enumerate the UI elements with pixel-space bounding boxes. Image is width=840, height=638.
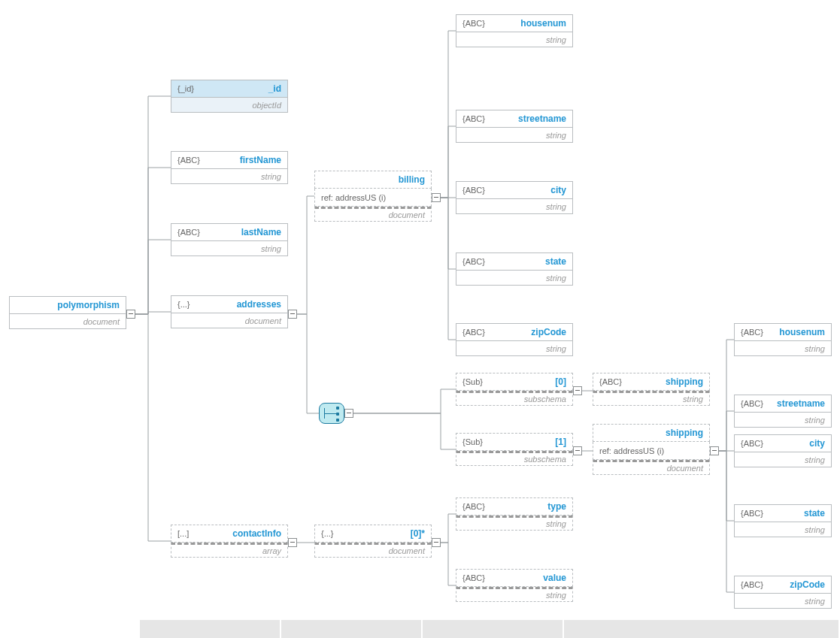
node-name: city	[809, 438, 825, 449]
node-tag: {ABC}	[462, 186, 485, 195]
node-tag: {ABC}	[741, 328, 763, 337]
node-type: subschema	[524, 395, 566, 404]
oneof-icon[interactable]	[319, 403, 344, 424]
node-polymorphism[interactable]: polymorphism document	[9, 296, 126, 329]
node-type: document	[389, 210, 425, 219]
node-tag: {ABC}	[462, 114, 485, 123]
node-name: housenum	[520, 18, 566, 29]
node-tag: {...}	[321, 529, 334, 538]
node-tag: {Sub}	[462, 437, 483, 446]
node-state-2[interactable]: {ABC}state string	[734, 504, 832, 537]
node-type: document	[389, 546, 425, 555]
node-type: objectId	[252, 101, 281, 110]
bottom-tab-bar	[0, 620, 840, 638]
node-name: billing	[399, 174, 425, 185]
node-name: state	[804, 508, 825, 519]
node-type-field[interactable]: {ABC}type string	[456, 497, 573, 531]
node-tag: {_id}	[177, 84, 194, 93]
node-name: housenum	[779, 327, 825, 337]
node-name: [0]	[555, 376, 566, 387]
node-streetname-2[interactable]: {ABC}streetname string	[734, 395, 832, 428]
node-name: firstName	[240, 155, 281, 165]
node-name: streetname	[777, 398, 825, 409]
node-city-2[interactable]: {ABC}city string	[734, 434, 832, 467]
node-contactinfo[interactable]: [...]contactInfo array	[171, 525, 288, 558]
node-name: contactInfo	[232, 528, 281, 539]
node-name: [0]*	[411, 528, 425, 539]
node-tag: {ABC}	[462, 328, 485, 337]
node-name: zipCode	[790, 579, 825, 590]
collapse-toggle[interactable]	[288, 538, 297, 547]
node-type: string	[546, 344, 566, 353]
node-tag: {ABC}	[741, 509, 763, 518]
bottom-tab[interactable]	[423, 620, 563, 638]
bottom-tab[interactable]	[564, 620, 838, 638]
collapse-toggle[interactable]	[573, 386, 582, 395]
node-name: lastName	[241, 227, 281, 237]
node-shipping-string[interactable]: {ABC}shipping string	[593, 373, 710, 406]
node-name: shipping	[666, 428, 703, 438]
bottom-tab[interactable]	[281, 620, 421, 638]
node-type: subschema	[524, 455, 566, 464]
node-shipping-ref[interactable]: shipping ref: addressUS (i) document	[593, 424, 710, 475]
node-name: shipping	[666, 376, 703, 387]
node-name: addresses	[237, 299, 281, 310]
node-name: type	[547, 501, 566, 512]
node-tag: {ABC}	[741, 580, 763, 589]
node-zipcode[interactable]: {ABC}zipCode string	[456, 323, 573, 356]
node-billing[interactable]: billing ref: addressUS (i) document	[314, 171, 432, 222]
collapse-toggle[interactable]	[432, 193, 441, 202]
node-housenum[interactable]: {ABC}housenum string	[456, 14, 573, 47]
node-city[interactable]: {ABC}city string	[456, 181, 573, 214]
node-firstname[interactable]: {ABC}firstName string	[171, 151, 288, 184]
collapse-toggle[interactable]	[573, 446, 582, 455]
node-type: string	[546, 202, 566, 211]
node-type: string	[261, 244, 281, 253]
node-type: string	[546, 591, 566, 600]
node-tag: {Sub}	[462, 377, 483, 386]
node-id[interactable]: {_id}_id objectId	[171, 80, 288, 113]
node-tag: {ABC}	[741, 399, 763, 408]
node-type: string	[805, 597, 825, 606]
node-value-field[interactable]: {ABC}value string	[456, 569, 573, 602]
node-contactinfo-item[interactable]: {...}[0]* document	[314, 525, 432, 558]
node-sub0[interactable]: {Sub}[0] subschema	[456, 373, 573, 406]
node-tag: {ABC}	[741, 439, 763, 448]
node-name: polymorphism	[57, 300, 120, 310]
collapse-toggle[interactable]	[432, 538, 441, 547]
node-name: state	[545, 256, 566, 267]
bottom-tab[interactable]	[140, 620, 280, 638]
node-type: string	[805, 455, 825, 464]
node-ref: ref: addressUS (i)	[321, 193, 386, 202]
collapse-toggle[interactable]	[288, 310, 297, 319]
node-type: document	[245, 316, 281, 325]
node-tag: {ABC}	[462, 502, 485, 511]
node-name: [1]	[555, 437, 566, 447]
node-tag: {ABC}	[177, 228, 200, 237]
node-tag: [...]	[177, 529, 189, 538]
node-tag: {ABC}	[462, 19, 485, 28]
node-name: _id	[268, 83, 281, 94]
node-tag: {ABC}	[599, 377, 622, 386]
node-type: array	[262, 546, 281, 555]
node-addresses[interactable]: {...}addresses document	[171, 295, 288, 328]
node-tag: {...}	[177, 300, 190, 309]
node-type: string	[805, 416, 825, 425]
node-zipcode-2[interactable]: {ABC}zipCode string	[734, 576, 832, 609]
node-ref: ref: addressUS (i)	[599, 446, 664, 455]
collapse-toggle[interactable]	[126, 310, 135, 319]
node-state[interactable]: {ABC}state string	[456, 252, 573, 286]
collapse-toggle[interactable]	[710, 446, 719, 455]
node-housenum-2[interactable]: {ABC}housenum string	[734, 323, 832, 356]
node-lastname[interactable]: {ABC}lastName string	[171, 223, 288, 256]
node-name: value	[543, 573, 566, 583]
node-type: string	[805, 344, 825, 353]
node-type: string	[546, 519, 566, 528]
node-type: string	[546, 274, 566, 283]
node-streetname[interactable]: {ABC}streetname string	[456, 110, 573, 143]
collapse-toggle[interactable]	[344, 409, 353, 418]
node-type: document	[667, 464, 703, 473]
node-sub1[interactable]: {Sub}[1] subschema	[456, 433, 573, 466]
node-type: string	[261, 172, 281, 181]
node-type: string	[805, 525, 825, 534]
